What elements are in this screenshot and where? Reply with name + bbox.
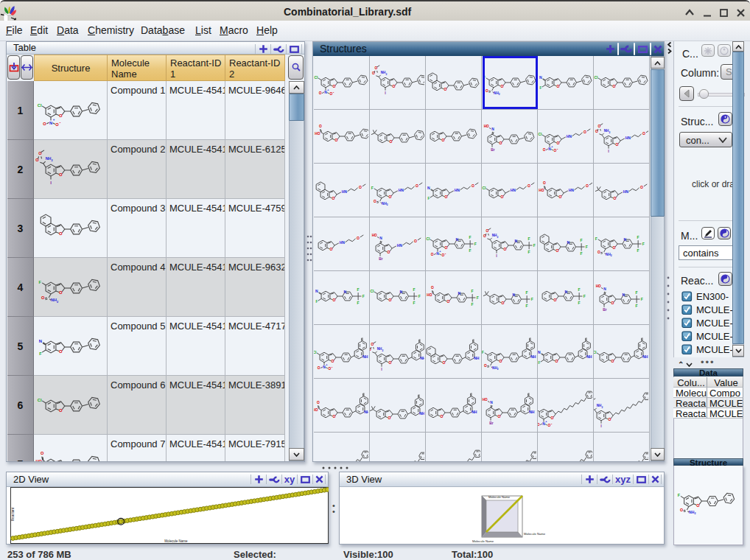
- svg-text:Molecule Name: Molecule Name: [164, 539, 188, 543]
- svg-text:Reactant: Reactant: [11, 507, 15, 521]
- svg-text:Molecule Name: Molecule Name: [488, 495, 511, 499]
- svg-text:Molecule Name: Molecule Name: [524, 532, 546, 536]
- svg-text:Molecule Name: Molecule Name: [472, 539, 494, 543]
